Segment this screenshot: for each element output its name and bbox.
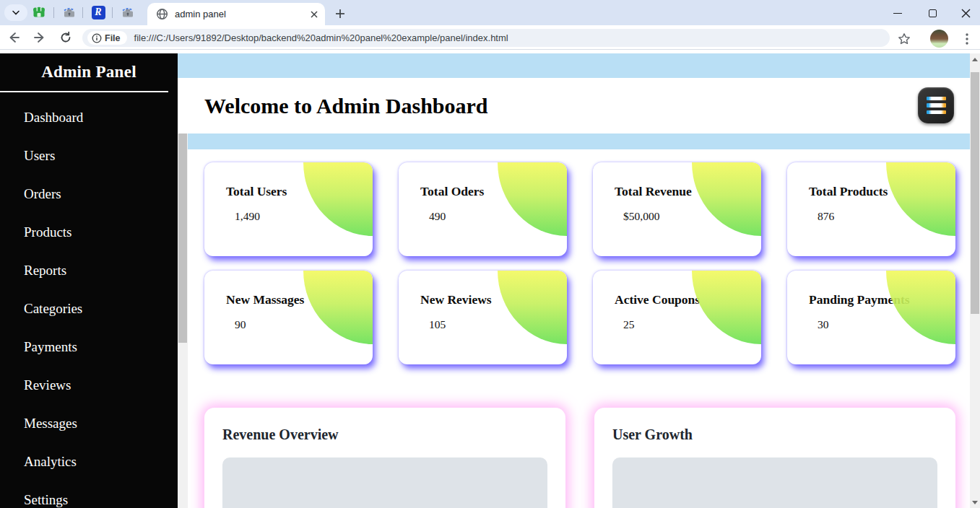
briefcase-icon (62, 5, 77, 19)
close-icon (961, 9, 971, 18)
window-restore-button[interactable] (922, 6, 943, 20)
window-minimize-button[interactable] (887, 6, 909, 20)
profile-avatar[interactable] (930, 30, 948, 48)
scroll-down-icon[interactable] (970, 496, 980, 508)
address-bar[interactable]: File file:///C:/Users/91892/Desktop/back… (82, 29, 890, 47)
tab-title: admin panel (175, 9, 311, 19)
arrow-left-icon (7, 31, 20, 44)
site-info-label: File (105, 33, 121, 43)
back-button[interactable] (6, 30, 22, 45)
chevron-down-icon (12, 10, 20, 16)
window-scrollbar[interactable] (970, 53, 980, 508)
sidebar: Admin Panel Dashboard Users Orders Produ… (0, 53, 178, 508)
page-title: Welcome to Admin Dashboard (204, 94, 488, 118)
sidebar-item-orders[interactable]: Orders (0, 175, 178, 213)
sidebar-item-messages[interactable]: Messages (0, 404, 178, 442)
corner-decoration (692, 271, 761, 344)
pinned-tab-store[interactable] (30, 4, 48, 21)
plus-icon (335, 9, 345, 19)
sidebar-title: Admin Panel (0, 53, 178, 82)
star-icon (898, 32, 911, 45)
scroll-up-icon[interactable] (970, 53, 980, 65)
dashboard-header: Welcome to Admin Dashboard (178, 78, 970, 133)
panel-title: User Growth (612, 426, 955, 443)
sidebar-item-settings[interactable]: Settings (0, 481, 178, 508)
pinned-tab-r[interactable]: R (90, 4, 107, 21)
window-close-button[interactable] (955, 6, 976, 20)
corner-decoration (303, 162, 373, 236)
scrollbar-thumb[interactable] (971, 72, 979, 314)
corner-decoration (692, 162, 761, 236)
corner-decoration (498, 162, 567, 236)
tab-separator (82, 7, 83, 18)
sidebar-item-reviews[interactable]: Reviews (0, 366, 178, 404)
url-text: file:///C:/Users/91892/Desktop/backend%2… (134, 32, 508, 43)
content-scrollbar[interactable] (178, 78, 188, 508)
sidebar-item-reports[interactable]: Reports (0, 251, 178, 289)
sidebar-item-products[interactable]: Products (0, 213, 178, 251)
stat-card-new-reviews: New Reviews 105 (399, 271, 567, 364)
panel-revenue-overview: Revenue Overview (204, 408, 565, 508)
browser-menu-button[interactable] (959, 31, 975, 47)
reload-icon (59, 31, 72, 44)
active-tab[interactable]: admin panel (147, 3, 325, 25)
stat-card-active-coupons: Active Coupons 25 (593, 271, 761, 364)
minimize-icon (893, 13, 902, 14)
browser-tab-strip: R admin panel (0, 0, 980, 25)
globe-icon (156, 8, 168, 20)
sidebar-item-payments[interactable]: Payments (0, 328, 178, 366)
store-icon (32, 5, 46, 19)
new-tab-button[interactable] (331, 5, 349, 22)
hamburger-icon (927, 97, 946, 101)
stat-card-total-orders: Total Oders 490 (399, 162, 567, 256)
panel-title: Revenue Overview (222, 426, 565, 443)
tab-close-icon[interactable] (311, 11, 318, 18)
pinned-tab-extension-1[interactable] (61, 4, 78, 21)
corner-decoration (886, 162, 955, 236)
chart-placeholder (612, 457, 937, 508)
r-app-icon: R (92, 6, 105, 19)
sidebar-item-dashboard[interactable]: Dashboard (0, 98, 178, 136)
stat-card-total-revenue: Total Revenue $50,000 (593, 162, 761, 256)
pinned-tab-extension-2[interactable] (119, 4, 136, 21)
arrow-right-icon (33, 31, 46, 44)
menu-toggle-button[interactable] (918, 87, 954, 123)
tab-separator (112, 7, 113, 18)
panel-user-growth: User Growth (594, 408, 955, 508)
sidebar-menu: Dashboard Users Orders Products Reports … (0, 92, 178, 508)
stat-card-total-users: Total Users 1,490 (204, 162, 373, 256)
corner-decoration (303, 271, 373, 344)
sub-banner-band (188, 133, 970, 149)
tab-separator (53, 7, 54, 18)
info-icon (92, 33, 102, 43)
stat-card-pending-payments: Panding Payments 30 (787, 271, 955, 364)
corner-decoration (498, 271, 567, 344)
bookmark-button[interactable] (896, 31, 912, 47)
tab-search-button[interactable] (4, 4, 27, 21)
corner-decoration (886, 271, 955, 344)
reload-button[interactable] (58, 30, 74, 45)
sidebar-item-analytics[interactable]: Analytics (0, 442, 178, 481)
sidebar-item-users[interactable]: Users (0, 136, 178, 175)
sidebar-item-categories[interactable]: Categories (0, 289, 178, 328)
chart-placeholder (222, 457, 547, 508)
site-info-chip[interactable]: File (87, 31, 127, 45)
stat-card-new-messages: New Massages 90 (204, 271, 373, 364)
three-dots-icon (966, 33, 968, 45)
stat-card-total-products: Total Products 876 (787, 162, 955, 256)
restore-icon (929, 9, 937, 17)
top-banner-band (178, 53, 970, 78)
briefcase-icon (121, 5, 135, 19)
forward-button[interactable] (32, 30, 48, 45)
